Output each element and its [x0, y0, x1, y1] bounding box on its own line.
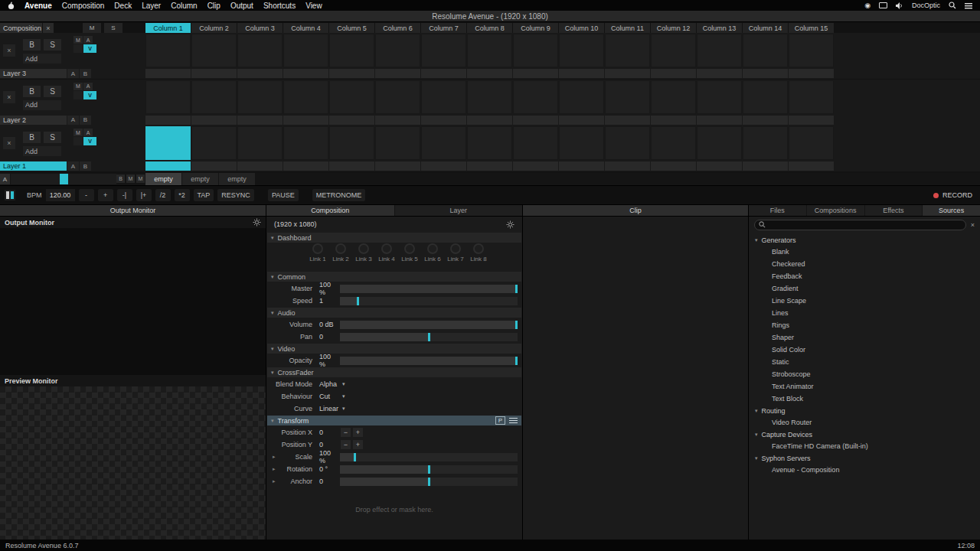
param-value[interactable]: 0 dB: [312, 321, 338, 328]
link-knob[interactable]: [312, 243, 323, 254]
layer-close-button[interactable]: ×: [3, 44, 15, 57]
param-value[interactable]: 100 %: [312, 353, 338, 368]
clip-cell[interactable]: [283, 34, 328, 67]
slider-handle[interactable]: [428, 465, 430, 474]
expand-triangle-icon[interactable]: ▸: [273, 466, 276, 472]
tree-item-stroboscope[interactable]: Stroboscope: [749, 368, 980, 380]
dropdown-arrow-icon[interactable]: ▾: [342, 406, 345, 412]
clip-cell[interactable]: [467, 126, 512, 160]
clip-name-strip[interactable]: [421, 116, 466, 125]
clip-cell[interactable]: [605, 34, 650, 67]
param-slider[interactable]: [340, 285, 518, 293]
tree-group-generators[interactable]: ▾Generators: [749, 234, 980, 246]
search-box[interactable]: [754, 220, 966, 230]
search-input[interactable]: [769, 221, 962, 229]
composition-close-button[interactable]: ×: [43, 23, 54, 33]
layer-master-button[interactable]: M: [74, 83, 83, 90]
column-header-7[interactable]: Column 7: [421, 23, 466, 33]
tree-item-rings[interactable]: Rings: [749, 319, 980, 331]
clip-cell[interactable]: [375, 126, 420, 160]
clip-cell[interactable]: [467, 34, 512, 67]
clip-cell[interactable]: [375, 34, 420, 67]
record-indicator-icon[interactable]: ◉: [864, 2, 871, 9]
clip-cell[interactable]: [283, 80, 328, 114]
clip-name-strip[interactable]: [743, 69, 788, 78]
display-icon[interactable]: [879, 2, 887, 8]
clip-name-strip[interactable]: [283, 116, 328, 125]
tree-item-gradient[interactable]: Gradient: [749, 282, 980, 295]
layer-add-button[interactable]: Add: [23, 54, 61, 64]
transport-button-resync[interactable]: RESYNC: [217, 189, 254, 201]
param-value[interactable]: 100 %: [312, 281, 338, 296]
increment-button[interactable]: +: [353, 440, 363, 449]
clip-name-strip[interactable]: [651, 116, 696, 125]
clip-name-strip[interactable]: [375, 116, 420, 125]
decrement-button[interactable]: −: [341, 428, 351, 437]
clip-name-strip[interactable]: [145, 69, 191, 78]
transport-button-2[interactable]: /2: [155, 189, 171, 201]
master-s-button[interactable]: S: [104, 23, 122, 33]
menubar-item-composition[interactable]: Composition: [62, 2, 105, 10]
param-slider[interactable]: [340, 297, 518, 305]
layer-name[interactable]: Layer 3: [0, 69, 67, 78]
crossfader-a-label[interactable]: A: [0, 174, 10, 184]
tab-files[interactable]: Files: [749, 205, 807, 216]
clip-name-strip[interactable]: [789, 161, 834, 171]
param-value[interactable]: 0: [312, 441, 338, 448]
tree-item-static[interactable]: Static: [749, 356, 980, 368]
tab-layer[interactable]: Layer: [395, 205, 523, 216]
tree-item-solid-color[interactable]: Solid Color: [749, 344, 980, 356]
transport-button-[interactable]: -|: [117, 189, 132, 201]
control-center-icon[interactable]: [965, 2, 972, 9]
clip-name-strip[interactable]: [421, 161, 466, 171]
increment-button[interactable]: +: [353, 428, 363, 437]
clip-cell[interactable]: [789, 80, 834, 114]
window-titlebar[interactable]: Resolume Avenue - (1920 x 1080): [0, 11, 980, 22]
tree-item-checkered[interactable]: Checkered: [749, 258, 980, 270]
clip-name-strip[interactable]: [605, 161, 650, 171]
clip-name-strip[interactable]: [559, 69, 604, 78]
output-monitor-gear-icon[interactable]: [253, 218, 261, 227]
tree-item-video-router[interactable]: Video Router: [749, 416, 980, 429]
dropdown-arrow-icon[interactable]: ▾: [342, 393, 345, 399]
column-header-9[interactable]: Column 9: [513, 23, 558, 33]
clip-cell[interactable]: [329, 126, 374, 160]
column-header-13[interactable]: Column 13: [697, 23, 742, 33]
clip-name-strip[interactable]: [145, 161, 191, 171]
clip-name-strip[interactable]: [375, 161, 420, 171]
column-header-4[interactable]: Column 4: [283, 23, 328, 33]
layer-add-button[interactable]: Add: [23, 146, 61, 156]
layer-master-button[interactable]: M: [74, 129, 83, 136]
deck-tab-2[interactable]: empty: [182, 173, 218, 185]
layer-name[interactable]: Layer 1: [0, 161, 67, 171]
layer-crossfade-b-button[interactable]: B: [80, 116, 91, 125]
clip-cell[interactable]: [559, 34, 604, 67]
clip-name-strip[interactable]: [421, 69, 466, 78]
tree-group-capture-devices[interactable]: ▾Capture Devices: [749, 429, 980, 440]
column-header-15[interactable]: Column 15: [789, 23, 834, 33]
column-header-6[interactable]: Column 6: [375, 23, 420, 33]
clip-cell[interactable]: [375, 80, 420, 114]
clip-name-strip[interactable]: [145, 116, 191, 125]
param-value[interactable]: Cut: [312, 393, 338, 400]
crossfader-track[interactable]: [11, 174, 116, 184]
section-header-audio[interactable]: ▾Audio: [267, 308, 521, 318]
param-slider[interactable]: [340, 333, 518, 341]
tab-sources[interactable]: Sources: [923, 205, 980, 216]
clip-cell[interactable]: [651, 126, 696, 160]
clip-name-strip[interactable]: [605, 69, 650, 78]
clip-cell[interactable]: [789, 34, 834, 67]
param-slider[interactable]: [340, 453, 518, 461]
transport-button-[interactable]: +: [98, 189, 113, 201]
clip-name-strip[interactable]: [743, 116, 788, 125]
clip-cell[interactable]: [743, 126, 788, 160]
clip-name-strip[interactable]: [467, 161, 512, 171]
search-close-button[interactable]: ×: [971, 221, 975, 229]
layer-bypass-button[interactable]: B: [23, 132, 41, 143]
expand-triangle-icon[interactable]: ▸: [273, 454, 276, 460]
tree-item-avenue-composition[interactable]: Avenue - Composition: [749, 464, 980, 476]
param-slider[interactable]: [340, 357, 518, 365]
spotlight-search-icon[interactable]: [949, 2, 956, 9]
link-knob[interactable]: [450, 243, 461, 254]
clip-name-strip[interactable]: [697, 161, 742, 171]
